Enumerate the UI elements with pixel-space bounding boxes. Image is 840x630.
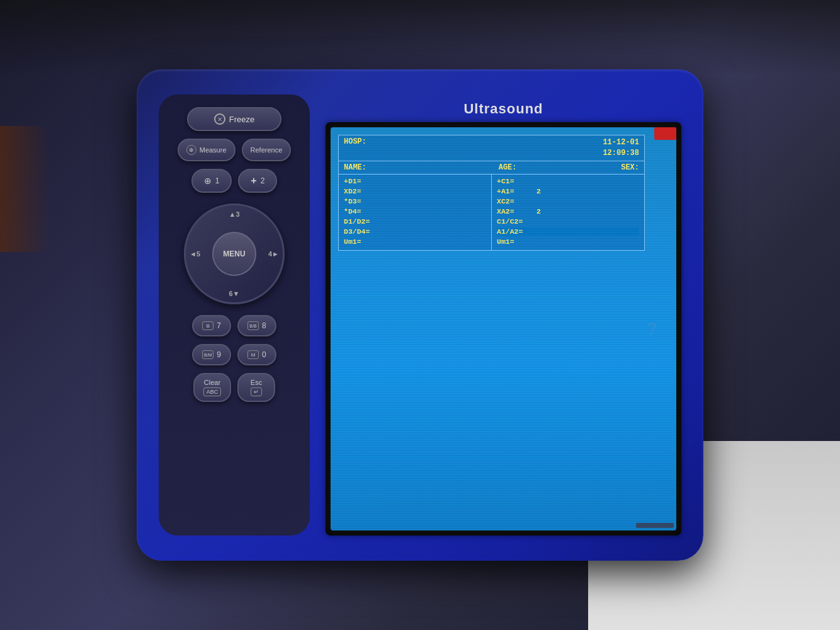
data-panel: HOSP: 11-12-01 12:09:38 NAME: AGE: SEX:: [338, 135, 645, 251]
freeze-button[interactable]: ✕ Freeze: [187, 107, 281, 131]
meas-d3: *D3=: [344, 197, 486, 205]
m-mode-button[interactable]: M 0: [237, 344, 276, 365]
meas-a1: +A1= 2: [497, 187, 639, 195]
zoom1-button[interactable]: ⊕ 1: [191, 169, 232, 193]
dpad-down[interactable]: 6▼: [229, 290, 239, 297]
b-num: 7: [217, 321, 221, 330]
clear-button[interactable]: Clear ABC: [193, 373, 231, 402]
age-label: AGE:: [394, 163, 621, 172]
reference-label: Reference: [251, 146, 283, 154]
meas-d1d2: D1/D2=: [344, 217, 486, 226]
red-indicator: [654, 127, 676, 140]
zoom2-label: 2: [261, 176, 265, 185]
measure-reference-row: ⊕ Measure Reference: [168, 139, 300, 161]
freeze-icon: ✕: [214, 113, 225, 125]
name-label: NAME:: [344, 163, 394, 172]
screen-scrollbar: [636, 523, 674, 528]
dpad-outer: ▲3 6▼ ◄5 4► MENU: [184, 203, 285, 304]
ultrasound-device: ✕ Freeze ⊕ Measure Reference ⊕ 1: [137, 69, 703, 561]
meas-um1-right: Um1=: [497, 238, 639, 246]
m-num: 0: [262, 350, 266, 359]
measurements-table: +D1= XD2= *D3= *D4=: [339, 175, 644, 250]
measurements-left-col: +D1= XD2= *D3= *D4=: [339, 175, 492, 250]
bm-mode-button[interactable]: B/M 9: [192, 344, 231, 365]
dpad-up[interactable]: ▲3: [229, 210, 239, 218]
meas-xd2: XD2=: [344, 187, 486, 195]
reference-button[interactable]: Reference: [242, 139, 292, 161]
meas-d1: +D1=: [344, 177, 486, 185]
dpad-left[interactable]: ◄5: [190, 250, 200, 258]
measure-button[interactable]: ⊕ Measure: [178, 139, 236, 161]
bm-num: 9: [217, 350, 221, 359]
meas-um1-left: Um1=: [344, 238, 486, 246]
device-title: Ultrasound: [326, 94, 681, 122]
sex-label: SEX:: [621, 163, 639, 172]
esc-label: Esc: [251, 379, 262, 386]
meas-d4: *D4=: [344, 207, 486, 215]
b-mode-button[interactable]: B 7: [192, 315, 231, 336]
screen-ghost-text: ?: [647, 319, 657, 339]
clear-sublabel: ABC: [203, 387, 222, 396]
menu-button[interactable]: MENU: [212, 232, 256, 276]
datetime-display: 11-12-01 12:09:38: [603, 137, 639, 159]
bm-m-row: B/M 9 M 0: [168, 344, 300, 365]
name-row: NAME: AGE: SEX:: [339, 161, 644, 175]
meas-c1c2: C1/C2=: [497, 217, 639, 226]
lcd-screen: ? HOSP: 11-12-01 12:09:38: [331, 127, 676, 530]
clear-esc-row: Clear ABC Esc ↵: [168, 373, 300, 402]
esc-icon: ↵: [251, 387, 262, 396]
screen-bezel: ? HOSP: 11-12-01 12:09:38: [326, 122, 681, 536]
clear-label: Clear: [204, 379, 220, 386]
m-icon: M: [247, 350, 259, 359]
bb-num: 8: [262, 321, 266, 330]
meas-a1a2: A1/A2=: [497, 227, 639, 236]
b-icon: B: [202, 321, 213, 330]
dpad-container: ▲3 6▼ ◄5 4► MENU: [184, 203, 285, 304]
bm-icon: B/M: [202, 350, 213, 359]
freeze-label: Freeze: [229, 115, 254, 124]
hosp-label: HOSP:: [344, 137, 366, 159]
meas-xa2: XA2= 2: [497, 207, 639, 215]
bb-mode-button[interactable]: B/B 8: [237, 315, 276, 336]
dpad-right[interactable]: 4►: [268, 250, 279, 258]
meas-c1: +C1=: [497, 177, 639, 185]
control-panel: ✕ Freeze ⊕ Measure Reference ⊕ 1: [159, 94, 310, 536]
photo-background: ✕ Freeze ⊕ Measure Reference ⊕ 1: [0, 0, 840, 630]
zoom-row: ⊕ 1 + 2: [168, 169, 300, 193]
measure-icon: ⊕: [186, 145, 196, 155]
meas-d3d4: D3/D4=: [344, 227, 486, 236]
screen-area: Ultrasound ? HOSP:: [326, 94, 681, 536]
measure-label: Measure: [200, 146, 227, 154]
date-display: 11-12-01: [603, 137, 639, 148]
measurements-right-col: +C1= +A1= 2 XC2= XA2=: [492, 175, 644, 250]
time-display: 12:09:38: [603, 148, 639, 159]
zoom2-button[interactable]: + 2: [238, 169, 277, 193]
esc-button[interactable]: Esc ↵: [237, 373, 275, 402]
meas-xc2: XC2=: [497, 197, 639, 205]
zoom1-label: 1: [215, 176, 220, 185]
bb-icon: B/B: [247, 321, 259, 330]
b-bb-row: B 7 B/B 8: [168, 315, 300, 336]
hosp-row: HOSP: 11-12-01 12:09:38: [339, 135, 644, 161]
